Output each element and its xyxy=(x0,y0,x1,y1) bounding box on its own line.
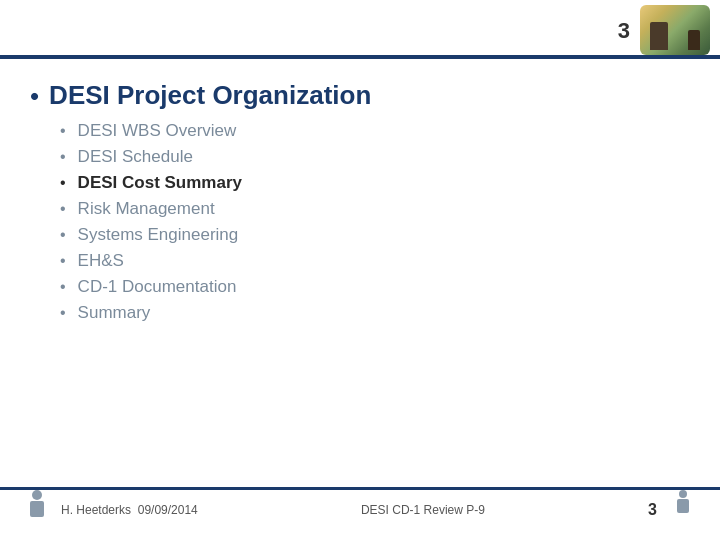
sub-bullet-item: •CD-1 Documentation xyxy=(60,277,690,297)
sub-bullet-text: DESI Cost Summary xyxy=(78,173,242,193)
sub-bullet-dot: • xyxy=(60,253,66,269)
sub-bullet-item: •Summary xyxy=(60,303,690,323)
footer-left-icon xyxy=(20,490,55,530)
main-bullet-text: DESI Project Organization xyxy=(49,80,371,111)
footer-left: H. Heetderks 09/09/2014 xyxy=(20,490,198,530)
top-right-decoration xyxy=(640,5,710,55)
top-bar xyxy=(0,55,720,59)
footer-author: H. Heetderks 09/09/2014 xyxy=(61,503,198,517)
sub-bullet-item: •Risk Management xyxy=(60,199,690,219)
sub-bullet-item: •DESI Cost Summary xyxy=(60,173,690,193)
sub-bullet-text: EH&S xyxy=(78,251,124,271)
main-bullet: • DESI Project Organization xyxy=(30,80,690,111)
sub-bullet-dot: • xyxy=(60,149,66,165)
sub-bullet-dot: • xyxy=(60,175,66,191)
sub-bullet-dot: • xyxy=(60,279,66,295)
sub-bullet-dot: • xyxy=(60,201,66,217)
sub-bullet-text: Summary xyxy=(78,303,151,323)
footer-right-icon xyxy=(665,490,700,530)
sub-bullet-item: •Systems Engineering xyxy=(60,225,690,245)
page-number: 3 xyxy=(618,18,630,44)
sub-bullet-text: DESI Schedule xyxy=(78,147,193,167)
main-bullet-dot: • xyxy=(30,83,39,109)
footer: H. Heetderks 09/09/2014 DESI CD-1 Review… xyxy=(20,490,700,530)
footer-center-text: DESI CD-1 Review P-9 xyxy=(361,503,485,517)
sub-bullet-item: •DESI WBS Overview xyxy=(60,121,690,141)
sub-bullet-item: •EH&S xyxy=(60,251,690,271)
footer-page-number: 3 xyxy=(648,501,657,519)
sub-bullet-text: DESI WBS Overview xyxy=(78,121,237,141)
slide: 3 • DESI Project Organization •DESI WBS … xyxy=(0,0,720,540)
sub-bullet-dot: • xyxy=(60,123,66,139)
sub-bullet-text: Risk Management xyxy=(78,199,215,219)
sub-bullets-list: •DESI WBS Overview•DESI Schedule•DESI Co… xyxy=(30,121,690,323)
sub-bullet-dot: • xyxy=(60,227,66,243)
sub-bullet-dot: • xyxy=(60,305,66,321)
content-area: • DESI Project Organization •DESI WBS Ov… xyxy=(30,65,690,480)
sub-bullet-item: •DESI Schedule xyxy=(60,147,690,167)
sub-bullet-text: Systems Engineering xyxy=(78,225,239,245)
sub-bullet-text: CD-1 Documentation xyxy=(78,277,237,297)
